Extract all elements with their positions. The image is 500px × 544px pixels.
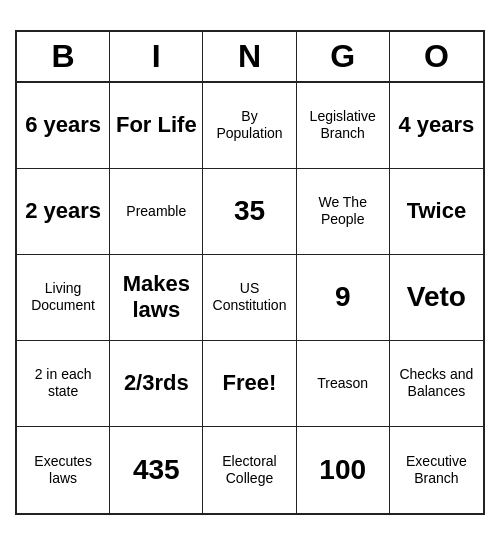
bingo-cell: Twice [390,169,483,255]
bingo-cell: 2 in each state [17,341,110,427]
bingo-cell: 6 years [17,83,110,169]
bingo-cell: Checks and Balances [390,341,483,427]
header-letter: N [203,32,296,81]
bingo-cell: 100 [297,427,390,513]
bingo-cell: By Population [203,83,296,169]
bingo-cell: 2/3rds [110,341,203,427]
header-letter: O [390,32,483,81]
header-letter: G [297,32,390,81]
bingo-cell: Makes laws [110,255,203,341]
bingo-cell: Executive Branch [390,427,483,513]
bingo-cell: 2 years [17,169,110,255]
bingo-cell: We The People [297,169,390,255]
bingo-card: BINGO 6 yearsFor LifeBy PopulationLegisl… [15,30,485,515]
bingo-grid: 6 yearsFor LifeBy PopulationLegislative … [17,83,483,513]
bingo-cell: Legislative Branch [297,83,390,169]
bingo-cell: Veto [390,255,483,341]
bingo-header: BINGO [17,32,483,83]
bingo-cell: US Constitution [203,255,296,341]
bingo-cell: Treason [297,341,390,427]
bingo-cell: Living Document [17,255,110,341]
bingo-cell: 9 [297,255,390,341]
header-letter: B [17,32,110,81]
bingo-cell: For Life [110,83,203,169]
bingo-cell: 35 [203,169,296,255]
bingo-cell: 4 years [390,83,483,169]
bingo-cell: 435 [110,427,203,513]
bingo-cell: Electoral College [203,427,296,513]
bingo-cell: Preamble [110,169,203,255]
bingo-cell: Executes laws [17,427,110,513]
bingo-cell: Free! [203,341,296,427]
header-letter: I [110,32,203,81]
